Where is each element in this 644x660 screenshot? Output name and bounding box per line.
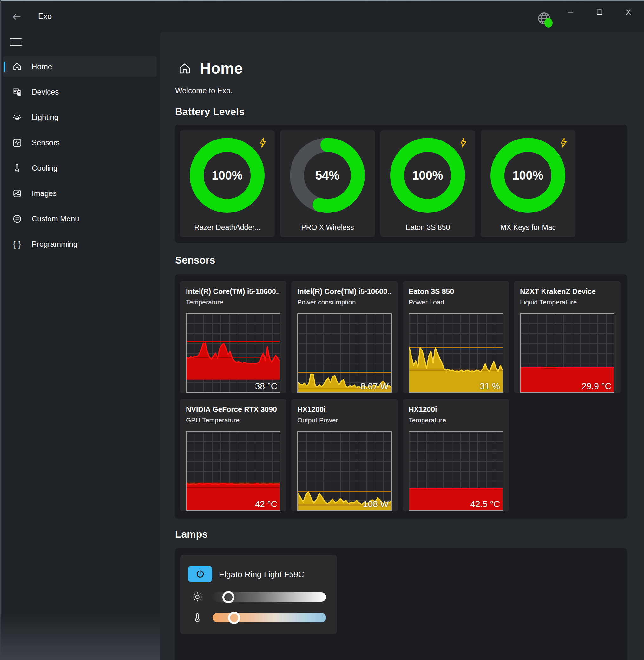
color-temperature-icon <box>192 611 203 624</box>
sensor-device: Intel(R) Core(TM) i5-10600... <box>186 287 280 296</box>
minimize-button[interactable] <box>560 3 580 21</box>
sensor-device: HX1200i <box>409 405 503 414</box>
sidebar-item-programming[interactable]: { } Programming <box>3 234 157 254</box>
sidebar-item-home[interactable]: Home <box>3 56 157 77</box>
sensor-card[interactable]: Intel(R) Core(TM) i5-10600... Power cons… <box>291 281 398 393</box>
sensors-icon <box>12 137 23 148</box>
brightness-icon <box>192 591 203 603</box>
sensor-chart: 108 W <box>297 431 392 511</box>
sensor-device: NVIDIA GeForce RTX 3090 <box>186 405 280 414</box>
sidebar-item-label: Lighting <box>32 113 59 122</box>
programming-icon: { } <box>12 238 23 250</box>
device-name: PRO X Wireless <box>283 223 372 232</box>
sensor-chart: 42 °C <box>186 431 280 511</box>
lighting-icon <box>12 112 23 123</box>
sensor-metric: Power consumption <box>297 299 392 306</box>
battery-card[interactable]: 100% Eaton 3S 850 <box>381 131 475 237</box>
color-temperature-slider-thumb[interactable] <box>228 612 240 624</box>
sensor-value: 8.07 W <box>360 381 389 392</box>
maximize-icon <box>595 8 604 16</box>
nav-list: Home Devices <box>0 56 160 259</box>
window-left-edge <box>0 0 1 660</box>
lamps-section: Elgato Ring Light F59C <box>175 548 627 660</box>
sensor-value: 108 W <box>363 499 389 509</box>
device-name: Razer DeathAdder... <box>183 223 272 232</box>
sensor-card[interactable]: HX1200i Temperature 42.5 °C <box>402 399 509 511</box>
sensor-card[interactable]: HX1200i Output Power 108 W <box>291 399 398 511</box>
lamp-power-button[interactable] <box>188 566 212 582</box>
maximize-button[interactable] <box>590 3 610 21</box>
sidebar-item-label: Programming <box>32 240 77 249</box>
page-title: Home <box>200 60 243 77</box>
battery-percent: 100% <box>390 137 466 213</box>
sensor-chart: 38 °C <box>186 313 280 393</box>
power-icon <box>195 569 205 579</box>
sensor-chart: 31 % <box>409 313 503 393</box>
sidebar-item-custom-menu[interactable]: Custom Menu <box>3 209 157 229</box>
sensors-section: Intel(R) Core(TM) i5-10600... Temperatur… <box>175 274 627 519</box>
cooling-icon <box>12 162 23 174</box>
sensor-card[interactable]: Eaton 3S 850 Power Load 31 % <box>402 281 509 393</box>
battery-card[interactable]: 100% Razer DeathAdder... <box>180 131 275 237</box>
nav-toggle-button[interactable] <box>9 36 22 48</box>
sensor-value: 42 °C <box>255 499 277 509</box>
sidebar-item-sensors[interactable]: Sensors <box>3 133 157 153</box>
sidebar: Home Devices <box>0 32 160 660</box>
battery-card[interactable]: 54% PRO X Wireless <box>280 131 375 237</box>
sidebar-item-images[interactable]: Images <box>3 183 157 204</box>
titlebar: Exo <box>0 1 644 32</box>
battery-percent: 100% <box>490 137 566 213</box>
sidebar-item-label: Home <box>32 62 52 71</box>
back-arrow-icon <box>11 11 22 22</box>
sensor-metric: Temperature <box>409 417 503 424</box>
minimize-icon <box>566 8 575 16</box>
sensor-device: Eaton 3S 850 <box>409 287 503 296</box>
sensor-value: 42.5 °C <box>470 499 500 509</box>
sensor-chart: 29.9 °C <box>520 313 615 393</box>
lamp-name: Elgato Ring Light F59C <box>219 570 304 580</box>
lamp-card: Elgato Ring Light F59C <box>180 555 337 634</box>
main-panel: Home Welcome to Exo. Battery Levels 100%… <box>160 32 644 660</box>
battery-percent: 54% <box>289 137 365 213</box>
home-icon <box>178 62 192 75</box>
sidebar-item-devices[interactable]: Devices <box>3 82 157 102</box>
charging-bolt-icon <box>558 137 569 148</box>
sidebar-item-label: Sensors <box>32 138 60 147</box>
sensor-metric: Power Load <box>409 299 503 306</box>
color-temperature-slider[interactable] <box>212 613 326 622</box>
images-icon <box>12 188 23 199</box>
charging-bolt-icon <box>458 137 469 148</box>
sidebar-item-label: Cooling <box>32 164 58 172</box>
window-top-edge <box>0 0 644 1</box>
sensor-metric: Temperature <box>186 299 280 306</box>
sensor-chart: 42.5 °C <box>409 431 503 511</box>
sidebar-item-label: Custom Menu <box>32 214 79 223</box>
app-window: Exo <box>0 0 644 660</box>
sidebar-item-label: Images <box>32 189 57 198</box>
device-name: MX Keys for Mac <box>484 223 572 232</box>
home-icon <box>12 61 23 72</box>
sensor-metric: Output Power <box>297 417 392 424</box>
sensor-value: 31 % <box>480 381 500 392</box>
brightness-slider-thumb[interactable] <box>222 591 234 603</box>
back-button[interactable] <box>9 10 23 24</box>
sensor-card[interactable]: NVIDIA GeForce RTX 3090 GPU Temperature … <box>180 399 286 511</box>
sensor-device: HX1200i <box>297 405 392 414</box>
sensors-section-heading: Sensors <box>175 254 215 266</box>
device-name: Eaton 3S 850 <box>384 223 472 232</box>
brightness-slider[interactable] <box>212 592 326 602</box>
close-button[interactable] <box>619 3 638 21</box>
welcome-text: Welcome to Exo. <box>175 86 233 95</box>
sensor-card[interactable]: Intel(R) Core(TM) i5-10600... Temperatur… <box>180 281 286 393</box>
sensor-metric: GPU Temperature <box>186 417 280 424</box>
sidebar-item-cooling[interactable]: Cooling <box>3 158 157 178</box>
battery-card[interactable]: 100% MX Keys for Mac <box>481 131 575 237</box>
sensor-value: 29.9 °C <box>581 381 611 392</box>
sensor-value: 38 °C <box>255 381 277 392</box>
network-globe-icon[interactable] <box>537 11 553 28</box>
sensor-device: Intel(R) Core(TM) i5-10600... <box>297 287 392 296</box>
battery-section: 100% Razer DeathAdder... 54% PRO X Wirel… <box>175 125 627 243</box>
sidebar-item-lighting[interactable]: Lighting <box>3 107 157 127</box>
sensor-card[interactable]: NZXT KrakenZ Device Liquid Temperature 2… <box>514 281 621 393</box>
devices-icon <box>12 86 23 98</box>
